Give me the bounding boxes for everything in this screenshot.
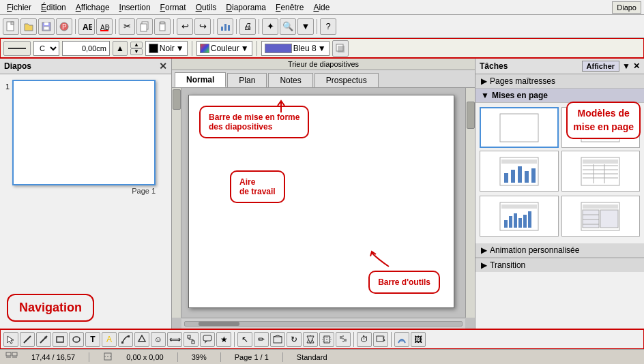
right-panel-taches: Tâches Afficher ▼ ✕ ▶ Pages maîtresses ▼… [475, 59, 644, 329]
flowchart-btn[interactable] [184, 332, 199, 347]
tab-notes[interactable]: Notes [268, 73, 312, 87]
chart-btn[interactable] [217, 18, 233, 35]
open-btn[interactable] [20, 18, 37, 35]
zoom-btn[interactable]: 🔍 [280, 18, 296, 35]
arrow-btn[interactable] [36, 332, 51, 347]
sep-status2 [177, 352, 178, 362]
new-btn[interactable] [3, 18, 19, 35]
cursor-btn[interactable]: ↖ [237, 332, 252, 347]
redo-btn[interactable]: ↪ [194, 18, 211, 35]
callout-btn[interactable] [200, 332, 215, 347]
section-pages-maitresses[interactable]: ▶ Pages maîtresses [475, 74, 644, 89]
svg-rect-68 [274, 337, 282, 343]
export-btn[interactable]: P [56, 18, 72, 35]
spin-down[interactable]: ▼ [130, 48, 143, 55]
fontwork-btn[interactable] [394, 332, 409, 347]
arrows-btn[interactable]: ⟺ [167, 332, 182, 347]
line-width-up[interactable]: ▲ [113, 41, 128, 56]
menu-aide[interactable]: Aide [309, 1, 334, 14]
picture-btn[interactable]: 🖼 [411, 332, 426, 347]
spellcheck-btn[interactable]: ABC [78, 18, 95, 35]
flip-btn[interactable] [303, 332, 318, 347]
pen-btn[interactable]: ✏ [254, 332, 269, 347]
section-arrow-transition: ▶ [481, 260, 487, 270]
section-animation[interactable]: ▶ Animation personnalisée [475, 243, 644, 258]
slide-item-1: 1 Page 1 [5, 80, 156, 195]
rect-btn[interactable] [53, 332, 68, 347]
layout-table[interactable] [561, 151, 641, 192]
save-btn[interactable] [38, 18, 55, 35]
copy-btn[interactable] [136, 18, 153, 35]
shadow-btn[interactable] [332, 40, 349, 57]
section-label-anim: Animation personnalisée [490, 245, 579, 255]
ellipse-btn[interactable] [69, 332, 84, 347]
afficher-arrow[interactable]: ▼ [622, 61, 630, 71]
slide-page-label-1: Page 1 [12, 187, 156, 195]
tab-bar: Normal Plan Notes Prospectus [172, 70, 475, 88]
shapes-btn[interactable] [134, 332, 149, 347]
print-btn[interactable]: 🖨 [239, 18, 256, 35]
text-btn[interactable]: T [85, 332, 100, 347]
sep-format1 [192, 41, 192, 56]
media-btn[interactable] [373, 332, 388, 347]
slide-thumbnail-1[interactable] [12, 80, 156, 185]
connector-btn[interactable] [118, 332, 133, 347]
line-btn[interactable] [20, 332, 35, 347]
line-style-btn[interactable] [3, 41, 31, 56]
menu-affichage[interactable]: Affichage [72, 1, 114, 14]
menu-diaporama[interactable]: Diaporama [222, 1, 270, 14]
svg-rect-16 [228, 25, 230, 31]
section-mises-en-page[interactable]: ▼ Mises en page [475, 89, 644, 103]
layout-chart2[interactable] [480, 196, 559, 237]
main-layout: Diapos ✕ 1 Page 1 Navigation Trieur de d… [0, 59, 644, 329]
section-label-pages: Pages maîtresses [490, 76, 555, 86]
tab-normal[interactable]: Normal [175, 72, 226, 87]
v-scrollbar-right[interactable] [465, 88, 475, 318]
stars-btn[interactable]: ★ [216, 332, 231, 347]
rotate-btn[interactable]: ↻ [287, 332, 302, 347]
line-width-input[interactable]: 0,00cm [62, 41, 110, 56]
paste-btn[interactable] [154, 18, 171, 35]
align-btn[interactable] [336, 332, 351, 347]
textbox-btn[interactable] [270, 332, 285, 347]
menu-outils[interactable]: Outils [192, 1, 221, 14]
scroll-thumb[interactable] [199, 322, 239, 326]
effects-btn[interactable]: ✦ [262, 18, 278, 35]
svg-rect-62 [188, 335, 190, 338]
group-btn[interactable] [319, 332, 334, 347]
autocorrect-btn[interactable]: ABC [96, 18, 113, 35]
menu-format[interactable]: Format [156, 1, 190, 14]
h-scrollbar[interactable] [181, 318, 465, 329]
v-scrollbar[interactable] [172, 88, 181, 318]
diapos-close-btn[interactable]: ✕ [159, 61, 167, 72]
line-type-select[interactable]: C [33, 41, 59, 56]
layout-blank[interactable] [480, 107, 559, 148]
undo-btn[interactable]: ↩ [177, 18, 193, 35]
menu-fichier[interactable]: Fichier [3, 1, 35, 14]
taches-close-btn[interactable]: ✕ [633, 61, 640, 71]
slide-thumb-area[interactable]: 1 Page 1 Navigation [0, 74, 171, 329]
menu-insertion[interactable]: Insertion [115, 1, 155, 14]
select-btn[interactable] [3, 332, 18, 347]
line-color-btn[interactable]: Noir ▼ [145, 41, 188, 56]
section-transition[interactable]: ▶ Transition [475, 258, 644, 272]
timer-btn[interactable]: ⏱ [357, 332, 372, 347]
highlight-btn[interactable]: A [102, 332, 117, 347]
spin-up[interactable]: ▲ [130, 42, 143, 48]
tab-plan[interactable]: Plan [227, 73, 267, 87]
area-color-btn[interactable]: Bleu 8 ▼ [261, 41, 330, 56]
fill-color-btn[interactable]: Couleur ▼ [196, 41, 252, 56]
layout-table2[interactable] [561, 196, 641, 237]
zoom-dropdown[interactable]: ▼ [297, 18, 314, 35]
afficher-btn[interactable]: Afficher [582, 61, 620, 72]
menu-edition[interactable]: Édition [37, 1, 70, 14]
layout-chart[interactable] [480, 151, 559, 192]
menubar: Fichier Édition Affichage Insertion Form… [0, 0, 644, 15]
label-barre-format: Barre de mise en forme des diapositives [199, 106, 309, 138]
smiley-btn[interactable]: ☺ [151, 332, 166, 347]
left-panel-diapos: Diapos ✕ 1 Page 1 Navigation [0, 59, 172, 329]
cut-btn[interactable]: ✂ [119, 18, 135, 35]
tab-prospectus[interactable]: Prospectus [314, 73, 379, 87]
menu-fenetre[interactable]: Fenêtre [272, 1, 308, 14]
help-btn[interactable]: ? [320, 18, 336, 35]
